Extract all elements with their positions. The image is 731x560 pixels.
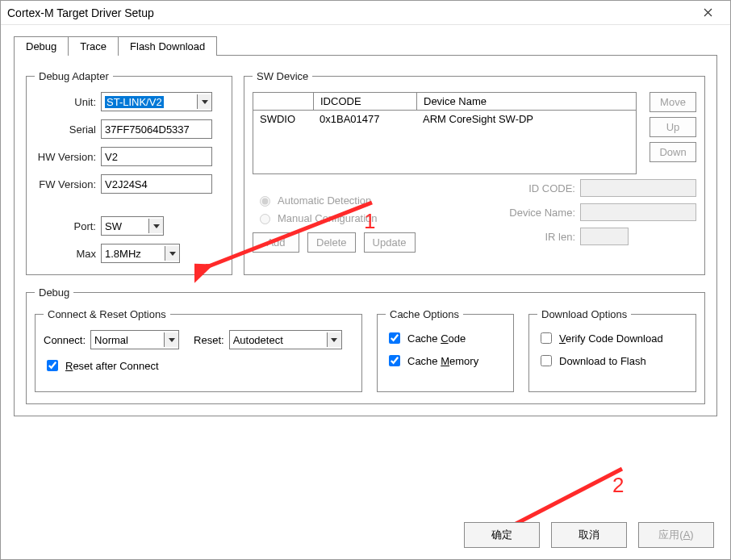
dialog-buttons: 确定 取消 应用(A)	[464, 522, 714, 548]
cache-legend: Cache Options	[386, 308, 463, 320]
svg-line-1	[505, 469, 622, 529]
verify-code-download-checkbox[interactable]: Verify Code Download	[537, 330, 687, 346]
connect-combo[interactable]: Normal	[90, 330, 179, 349]
serial-label: Serial	[35, 123, 96, 136]
cache-code-input[interactable]	[389, 332, 400, 344]
sw-device-legend: SW Device	[253, 70, 312, 82]
update-button: Update	[364, 232, 416, 253]
devname-field	[580, 203, 696, 221]
radio-auto-input	[260, 196, 270, 207]
cell-device-name: ARM CoreSight SW-DP	[416, 111, 636, 127]
ok-button[interactable]: 确定	[464, 522, 540, 548]
cache-memory-checkbox[interactable]: Cache Memory	[386, 353, 505, 369]
annotation-label-2: 2	[612, 473, 624, 498]
table-row[interactable]: SWDIO 0x1BA01477 ARM CoreSight SW-DP	[253, 111, 636, 127]
chevron-down-icon	[165, 246, 179, 261]
cache-options-group: Cache Options Cache Code Cache Memory	[377, 308, 514, 392]
debug-adapter-group: Debug Adapter Unit: ST-LINK/V2 Serial 37…	[26, 70, 232, 275]
tabstrip: Debug Trace Flash Download	[14, 36, 717, 56]
reset-value: Autodetect	[233, 334, 283, 346]
delete-button: Delete	[307, 232, 356, 253]
hw-version-field: V2	[101, 147, 212, 166]
tab-debug[interactable]: Debug	[14, 36, 69, 56]
chevron-down-icon	[197, 94, 211, 109]
down-button: Down	[650, 142, 696, 162]
reset-after-connect-checkbox[interactable]: Reset after Connect	[44, 357, 353, 374]
debug-group: Debug Connect & Reset Options Connect: N…	[26, 286, 705, 404]
hw-version-label: HW Version:	[35, 151, 96, 163]
tab-panel-debug: Debug Adapter Unit: ST-LINK/V2 Serial 37…	[14, 55, 717, 416]
chevron-down-icon	[164, 332, 178, 347]
fw-version-label: FW Version:	[35, 178, 96, 190]
row-label: SWDIO	[253, 111, 313, 127]
connect-value: Normal	[94, 334, 128, 346]
debug-legend: Debug	[35, 286, 73, 299]
reset-after-connect-input[interactable]	[47, 360, 58, 371]
port-value: SW	[105, 220, 122, 232]
fw-version-field: V2J24S4	[101, 174, 212, 194]
sw-device-grid-head: IDCODE Device Name	[253, 93, 636, 111]
serial-field: 37FF75064D5337	[101, 119, 212, 139]
close-icon	[704, 8, 712, 17]
download-legend: Download Options	[537, 308, 631, 320]
download-options-group: Download Options Verify Code Download Do…	[528, 308, 696, 392]
irlen-field	[580, 228, 629, 245]
cache-code-checkbox[interactable]: Cache Code	[386, 330, 505, 346]
move-button: Move	[650, 92, 696, 112]
unit-label: Unit:	[35, 96, 96, 108]
titlebar: Cortex-M Target Driver Setup	[1, 1, 730, 25]
idcode-field	[580, 179, 696, 197]
download-to-flash-input[interactable]	[541, 355, 552, 366]
col-idcode: IDCODE	[313, 93, 416, 110]
irlen-label: IR len:	[487, 231, 575, 243]
unit-value: ST-LINK/V2	[105, 96, 164, 108]
connect-reset-group: Connect & Reset Options Connect: Normal …	[35, 308, 362, 392]
max-value: 1.8MHz	[105, 248, 141, 260]
idcode-label: ID CODE:	[487, 182, 575, 194]
cancel-button[interactable]: 取消	[551, 522, 627, 548]
download-to-flash-checkbox[interactable]: Download to Flash	[537, 353, 687, 369]
devname-label: Device Name:	[487, 207, 575, 219]
up-button: Up	[650, 117, 696, 137]
connect-label: Connect:	[44, 334, 86, 346]
close-button[interactable]	[691, 2, 724, 24]
add-button: Add	[253, 232, 299, 253]
content-area: Debug Trace Flash Download Debug Adapter…	[1, 25, 730, 559]
port-label: Port:	[35, 220, 96, 232]
tab-flash-download[interactable]: Flash Download	[118, 36, 217, 56]
col-device-name: Device Name	[416, 93, 636, 110]
radio-manual-config: Manual Configuration	[256, 211, 477, 224]
window: Cortex-M Target Driver Setup Debug Trace…	[0, 0, 731, 560]
max-combo[interactable]: 1.8MHz	[101, 244, 180, 263]
sw-device-group: SW Device IDCODE Device Name	[244, 70, 705, 275]
apply-button: 应用(A)	[638, 522, 714, 548]
debug-adapter-legend: Debug Adapter	[35, 70, 113, 82]
sw-device-grid[interactable]: IDCODE Device Name SWDIO 0x1BA01477 ARM …	[253, 92, 637, 174]
reset-label: Reset:	[194, 334, 224, 346]
verify-code-input[interactable]	[541, 332, 552, 344]
cache-memory-input[interactable]	[389, 355, 400, 366]
port-combo[interactable]: SW	[101, 216, 164, 236]
radio-manual-input	[260, 214, 270, 224]
radio-auto-detection: Automatic Detection	[256, 194, 477, 207]
chevron-down-icon	[148, 219, 163, 233]
max-label: Max	[35, 248, 96, 260]
cell-idcode: 0x1BA01477	[313, 111, 416, 127]
connect-reset-legend: Connect & Reset Options	[44, 308, 170, 320]
chevron-down-icon	[327, 332, 341, 347]
reset-combo[interactable]: Autodetect	[229, 330, 342, 349]
window-title: Cortex-M Target Driver Setup	[7, 6, 691, 19]
tab-trace[interactable]: Trace	[68, 36, 119, 56]
unit-combo[interactable]: ST-LINK/V2	[101, 92, 212, 111]
